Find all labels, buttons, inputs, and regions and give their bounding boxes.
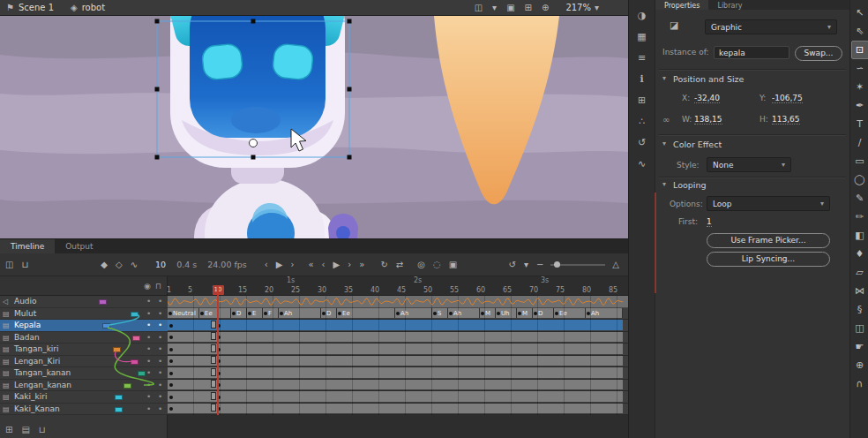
h-value[interactable]: 113,65: [772, 115, 800, 125]
new-layer-icon[interactable]: ⊞: [5, 425, 12, 434]
history-panel-icon[interactable]: ↺: [632, 132, 653, 152]
layer-row[interactable]: ▤Kaki_Kanan••: [0, 404, 168, 416]
frame-row[interactable]: NeutralEeDEFAhDEeAhSAhMUhMDEeAh: [168, 308, 628, 321]
layer-row[interactable]: ▤Badan••: [0, 332, 168, 344]
new-folder-icon[interactable]: ▤: [21, 425, 29, 434]
frame-span[interactable]: [168, 332, 623, 343]
frame-row[interactable]: [168, 296, 628, 308]
mouth-frame-segment[interactable]: Ah: [586, 308, 623, 319]
zoom-level-value[interactable]: 217%: [565, 3, 591, 12]
onion-skin-outline-icon[interactable]: ◌: [433, 260, 441, 269]
go-last-frame-icon[interactable]: »: [359, 260, 364, 269]
layer-parent-chip[interactable]: [99, 299, 107, 305]
instance-name-field[interactable]: kepala: [714, 46, 789, 59]
stage-zoom-control[interactable]: 217% ▾: [565, 0, 599, 16]
eyedropper-tool[interactable]: ♦: [851, 245, 868, 263]
layer-lock-dot[interactable]: •: [158, 391, 162, 403]
mouth-frame-segment[interactable]: D: [231, 308, 247, 319]
subselection-tool[interactable]: ⇖: [851, 22, 868, 41]
layer-parent-chip[interactable]: [131, 312, 138, 317]
layer-row[interactable]: ▤Lengan_Kiri••: [0, 356, 168, 368]
edit-multiple-frames-icon[interactable]: ▣: [449, 260, 457, 269]
lip-syncing-button[interactable]: Lip Syncing...: [707, 252, 830, 267]
clip-content-icon[interactable]: ⊞: [525, 0, 532, 16]
layer-parent-chip[interactable]: [115, 407, 123, 412]
frame-span[interactable]: [168, 367, 623, 378]
layer-visibility-dot[interactable]: •: [146, 308, 151, 320]
mouth-frame-segment[interactable]: Uh: [496, 308, 517, 319]
layer-visibility-dot[interactable]: •: [146, 391, 151, 403]
mouth-frame-segment[interactable]: Ah: [395, 308, 432, 319]
layer-lock-dot[interactable]: •: [158, 332, 162, 344]
insert-keyframe-icon[interactable]: ◆: [101, 260, 108, 269]
info-panel-icon[interactable]: ℹ: [632, 69, 653, 88]
camera-caret-icon[interactable]: ▾: [492, 0, 497, 16]
layer-lock-dot[interactable]: •: [158, 296, 162, 307]
frame-span[interactable]: [168, 391, 623, 402]
timeline-zoom-in-icon[interactable]: △: [612, 260, 619, 269]
layer-lock-dot[interactable]: •: [158, 320, 162, 331]
symbol-type-dropdown[interactable]: Graphic ▾: [705, 19, 837, 34]
layer-parent-chip[interactable]: [123, 383, 131, 389]
breadcrumb-symbol[interactable]: robot: [82, 3, 105, 12]
camera-tool[interactable]: ◫: [851, 319, 868, 337]
layer-parent-chip[interactable]: [113, 347, 121, 352]
paste-board-icon[interactable]: ▣: [506, 0, 514, 16]
w-value[interactable]: 138,15: [694, 115, 722, 125]
y-value[interactable]: -106,75: [772, 94, 803, 103]
stage-canvas[interactable]: [0, 16, 628, 238]
layer-row[interactable]: ▤Tangan_kanan••: [0, 367, 168, 380]
reset-timeline-zoom-icon[interactable]: ↺: [508, 260, 515, 269]
frame-row[interactable]: [168, 356, 628, 368]
step-back-icon[interactable]: ‹: [265, 260, 268, 269]
frame-ruler[interactable]: 1s2s3s1510152025303540455055606570758085…: [168, 276, 628, 296]
lock-all-layers-icon[interactable]: ⊓: [155, 282, 161, 291]
snap-magnet-toggle[interactable]: ∩: [851, 374, 868, 393]
layer-visibility-dot[interactable]: •: [146, 344, 151, 355]
current-frame-counter[interactable]: 10: [155, 260, 166, 269]
prev-keyframe-icon[interactable]: ‹: [322, 260, 326, 269]
onion-skin-icon[interactable]: ◎: [417, 260, 425, 269]
rectangle-tool[interactable]: ▭: [851, 152, 868, 170]
layer-lock-dot[interactable]: •: [158, 367, 162, 379]
frame-range-icon[interactable]: ⇄: [396, 260, 403, 269]
position-size-section-title[interactable]: Position and Size: [673, 74, 744, 84]
bone-tool[interactable]: §: [851, 300, 868, 319]
layer-lock-dot[interactable]: •: [158, 380, 162, 391]
selection-tool[interactable]: ↖: [851, 4, 868, 22]
mouth-frame-segment[interactable]: D: [533, 308, 554, 319]
width-tool[interactable]: ⋈: [851, 282, 868, 300]
mouth-frame-segment[interactable]: M: [517, 308, 533, 319]
mouth-frame-segment[interactable]: Ee: [337, 308, 395, 319]
layer-row[interactable]: ◁Audio••: [0, 296, 168, 308]
layer-row[interactable]: ▤Tangan_kiri••: [0, 344, 168, 356]
section-caret-icon[interactable]: ▾: [662, 140, 666, 147]
play-icon[interactable]: ▶: [276, 260, 283, 269]
layer-visibility-dot[interactable]: •: [146, 296, 151, 307]
oval-tool[interactable]: ◯: [851, 170, 868, 189]
motion-editor-panel-icon[interactable]: ∿: [632, 154, 653, 173]
zoom-caret-icon[interactable]: ▾: [595, 0, 599, 16]
show-hide-all-layers-icon[interactable]: ◉: [144, 282, 151, 291]
layer-lock-dot[interactable]: •: [158, 308, 162, 320]
layer-visibility-dot[interactable]: •: [146, 332, 151, 344]
section-caret-icon[interactable]: ▾: [662, 180, 666, 188]
go-first-frame-icon[interactable]: «: [308, 260, 313, 269]
frame-rate-value[interactable]: 24.00 fps: [207, 260, 247, 269]
layer-parent-chip[interactable]: [102, 323, 110, 328]
insert-blank-keyframe-icon[interactable]: ◇: [116, 260, 123, 269]
hand-tool[interactable]: ☛: [851, 337, 868, 356]
color-panel-icon[interactable]: ◑: [632, 5, 653, 25]
frame-row[interactable]: [168, 332, 628, 344]
line-tool[interactable]: ∕: [851, 133, 868, 152]
playhead-line[interactable]: [217, 287, 219, 415]
layer-row[interactable]: ▤Lengan_kanan••: [0, 380, 168, 392]
frame-row[interactable]: [168, 344, 628, 356]
eraser-tool[interactable]: ▱: [851, 263, 868, 282]
mouth-frame-segment[interactable]: E: [247, 308, 263, 319]
layer-visibility-dot[interactable]: •: [146, 320, 151, 331]
align-panel-icon[interactable]: ≡: [632, 48, 653, 67]
lasso-tool[interactable]: ∽: [851, 59, 868, 78]
mouth-frame-segment[interactable]: D: [321, 308, 337, 319]
pencil-tool[interactable]: ✎: [851, 189, 868, 208]
